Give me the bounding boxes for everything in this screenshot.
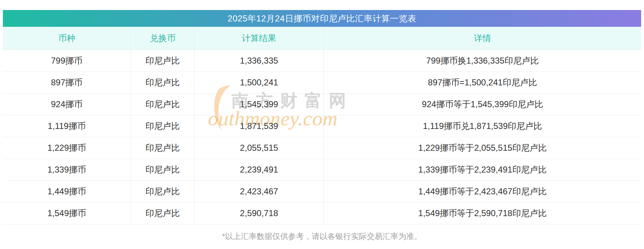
cell-detail: 924挪币等于1,545,399印尼卢比 <box>324 94 641 115</box>
cell-result: 2,055,515 <box>195 137 324 159</box>
cell-currency: 924挪币 <box>3 94 131 115</box>
column-header-detail: 详情 <box>324 27 641 50</box>
cell-result: 1,500,241 <box>195 72 324 93</box>
cell-target-currency: 印尼卢比 <box>131 159 195 180</box>
table-title: 2025年12月24日挪币对印尼卢比汇率计算一览表 <box>228 14 416 23</box>
column-header-currency: 币种 <box>3 27 131 50</box>
exchange-rate-page: 2025年12月24日挪币对印尼卢比汇率计算一览表 币种 兑换币 计算结果 详情… <box>3 10 641 242</box>
cell-result: 1,545,399 <box>195 94 324 115</box>
cell-currency: 1,449挪币 <box>3 181 131 202</box>
cell-detail: 1,449挪币等于2,423,467印尼卢比 <box>324 181 641 202</box>
cell-currency: 1,339挪币 <box>3 159 131 180</box>
cell-result: 1,871,539 <box>195 115 324 137</box>
cell-currency: 1,229挪币 <box>3 137 131 159</box>
column-header-result: 计算结果 <box>195 27 324 50</box>
cell-target-currency: 印尼卢比 <box>131 181 195 202</box>
cell-currency: 799挪币 <box>3 50 131 71</box>
cell-detail: 1,549挪币等于2,590,718印尼卢比 <box>324 203 641 224</box>
cell-currency: 1,549挪币 <box>3 203 131 224</box>
cell-result: 2,239,491 <box>195 159 324 180</box>
table-header-row: 币种 兑换币 计算结果 详情 <box>3 27 641 50</box>
table-body: 799挪币 印尼卢比 1,336,335 799挪币换1,336,335印尼卢比… <box>3 50 641 224</box>
table-row: 897挪币 印尼卢比 1,500,241 897挪币=1,500,241印尼卢比 <box>3 72 641 94</box>
table-row: 1,449挪币 印尼卢比 2,423,467 1,449挪币等于2,423,46… <box>3 181 641 203</box>
table-row: 1,549挪币 印尼卢比 2,590,718 1,549挪币等于2,590,71… <box>3 203 641 224</box>
column-header-target-currency: 兑换币 <box>131 27 195 50</box>
table-row: 1,229挪币 印尼卢比 2,055,515 1,229挪币等于2,055,51… <box>3 137 641 159</box>
cell-target-currency: 印尼卢比 <box>131 203 195 224</box>
disclaimer-footnote: *以上汇率数据仅供参考，请以各银行实际交易汇率为准。 <box>3 231 641 242</box>
table-row: 924挪币 印尼卢比 1,545,399 924挪币等于1,545,399印尼卢… <box>3 94 641 115</box>
cell-detail: 1,119挪币兑1,871,539印尼卢比 <box>324 115 641 137</box>
cell-currency: 1,119挪币 <box>3 115 131 137</box>
cell-target-currency: 印尼卢比 <box>131 137 195 159</box>
cell-currency: 897挪币 <box>3 72 131 93</box>
cell-target-currency: 印尼卢比 <box>131 94 195 115</box>
cell-target-currency: 印尼卢比 <box>131 115 195 137</box>
cell-result: 2,423,467 <box>195 181 324 202</box>
table-row: 1,119挪币 印尼卢比 1,871,539 1,119挪币兑1,871,539… <box>3 115 641 137</box>
cell-detail: 799挪币换1,336,335印尼卢比 <box>324 50 641 71</box>
cell-result: 1,336,335 <box>195 50 324 71</box>
cell-result: 2,590,718 <box>195 203 324 224</box>
table-row: 799挪币 印尼卢比 1,336,335 799挪币换1,336,335印尼卢比 <box>3 50 641 72</box>
table-title-bar: 2025年12月24日挪币对印尼卢比汇率计算一览表 <box>3 10 641 27</box>
cell-detail: 897挪币=1,500,241印尼卢比 <box>324 72 641 93</box>
cell-target-currency: 印尼卢比 <box>131 72 195 93</box>
cell-detail: 1,339挪币等于2,239,491印尼卢比 <box>324 159 641 180</box>
table-row: 1,339挪币 印尼卢比 2,239,491 1,339挪币等于2,239,49… <box>3 159 641 181</box>
cell-target-currency: 印尼卢比 <box>131 50 195 71</box>
cell-detail: 1,229挪币等于2,055,515印尼卢比 <box>324 137 641 159</box>
exchange-rate-table: 币种 兑换币 计算结果 详情 799挪币 印尼卢比 1,336,335 799挪… <box>3 27 641 224</box>
